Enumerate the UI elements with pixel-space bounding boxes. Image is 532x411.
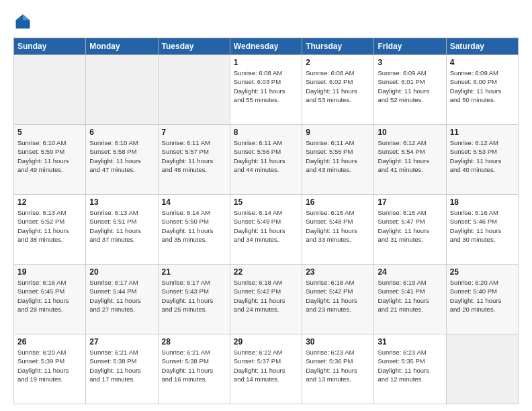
calendar-cell: 18Sunrise: 6:16 AMSunset: 5:46 PMDayligh…: [446, 195, 518, 265]
day-info: Sunrise: 6:23 AMSunset: 5:35 PMDaylight:…: [378, 348, 442, 383]
day-number: 14: [162, 197, 226, 207]
calendar-cell: 21Sunrise: 6:17 AMSunset: 5:43 PMDayligh…: [158, 265, 230, 334]
day-info: Sunrise: 6:23 AMSunset: 5:36 PMDaylight:…: [306, 348, 370, 383]
day-info: Sunrise: 6:14 AMSunset: 5:49 PMDaylight:…: [234, 208, 298, 244]
day-info: Sunrise: 6:11 AMSunset: 5:55 PMDaylight:…: [306, 138, 370, 174]
day-number: 7: [162, 128, 226, 137]
page: SundayMondayTuesdayWednesdayThursdayFrid…: [0, 0, 532, 411]
calendar-cell: 17Sunrise: 6:15 AMSunset: 5:47 PMDayligh…: [374, 195, 446, 265]
weekday-header-friday: Friday: [374, 38, 446, 55]
calendar-table: SundayMondayTuesdayWednesdayThursdayFrid…: [13, 38, 519, 404]
header: [13, 12, 519, 31]
day-number: 13: [89, 197, 154, 207]
svg-marker-2: [16, 15, 24, 21]
calendar-week-5: 26Sunrise: 6:20 AMSunset: 5:39 PMDayligh…: [14, 334, 519, 404]
day-number: 30: [306, 337, 370, 347]
day-number: 19: [17, 267, 82, 277]
calendar-week-2: 5Sunrise: 6:10 AMSunset: 5:59 PMDaylight…: [14, 125, 519, 195]
calendar-cell: 2Sunrise: 6:08 AMSunset: 6:02 PMDaylight…: [302, 55, 374, 125]
day-info: Sunrise: 6:21 AMSunset: 5:38 PMDaylight:…: [89, 348, 154, 383]
calendar-cell: [14, 55, 86, 125]
day-number: 12: [17, 197, 82, 207]
calendar-cell: 15Sunrise: 6:14 AMSunset: 5:49 PMDayligh…: [230, 195, 302, 265]
calendar-cell: 23Sunrise: 6:18 AMSunset: 5:42 PMDayligh…: [302, 265, 374, 334]
calendar-cell: 26Sunrise: 6:20 AMSunset: 5:39 PMDayligh…: [14, 334, 86, 404]
day-number: 2: [306, 58, 370, 67]
calendar-cell: 22Sunrise: 6:18 AMSunset: 5:42 PMDayligh…: [230, 265, 302, 334]
day-info: Sunrise: 6:18 AMSunset: 5:42 PMDaylight:…: [306, 278, 370, 314]
day-number: 6: [89, 128, 154, 137]
calendar-cell: 9Sunrise: 6:11 AMSunset: 5:55 PMDaylight…: [302, 125, 374, 195]
calendar-week-3: 12Sunrise: 6:13 AMSunset: 5:52 PMDayligh…: [14, 195, 519, 265]
day-number: 8: [234, 128, 298, 137]
day-number: 23: [306, 267, 370, 277]
day-info: Sunrise: 6:20 AMSunset: 5:40 PMDaylight:…: [450, 278, 515, 314]
weekday-header-tuesday: Tuesday: [158, 38, 230, 55]
day-info: Sunrise: 6:12 AMSunset: 5:53 PMDaylight:…: [450, 138, 515, 174]
day-number: 25: [450, 267, 515, 277]
calendar-cell: 7Sunrise: 6:11 AMSunset: 5:57 PMDaylight…: [158, 125, 230, 195]
calendar-cell: 16Sunrise: 6:15 AMSunset: 5:48 PMDayligh…: [302, 195, 374, 265]
calendar-cell: 31Sunrise: 6:23 AMSunset: 5:35 PMDayligh…: [374, 334, 446, 404]
calendar-cell: 4Sunrise: 6:09 AMSunset: 6:00 PMDaylight…: [446, 55, 518, 125]
day-info: Sunrise: 6:13 AMSunset: 5:51 PMDaylight:…: [89, 208, 154, 244]
day-number: 9: [306, 128, 370, 137]
day-info: Sunrise: 6:22 AMSunset: 5:37 PMDaylight:…: [234, 348, 298, 383]
calendar-cell: 30Sunrise: 6:23 AMSunset: 5:36 PMDayligh…: [302, 334, 374, 404]
calendar-cell: 1Sunrise: 6:08 AMSunset: 6:03 PMDaylight…: [230, 55, 302, 125]
calendar-cell: 13Sunrise: 6:13 AMSunset: 5:51 PMDayligh…: [86, 195, 158, 265]
day-info: Sunrise: 6:09 AMSunset: 6:01 PMDaylight:…: [378, 68, 442, 104]
day-number: 5: [17, 128, 82, 137]
day-number: 10: [378, 128, 442, 137]
day-info: Sunrise: 6:20 AMSunset: 5:39 PMDaylight:…: [17, 348, 82, 383]
weekday-header-saturday: Saturday: [446, 38, 518, 55]
day-number: 18: [450, 197, 515, 207]
day-number: 17: [378, 197, 442, 207]
day-number: 28: [162, 337, 226, 347]
day-info: Sunrise: 6:14 AMSunset: 5:50 PMDaylight:…: [162, 208, 226, 244]
day-number: 3: [378, 58, 442, 67]
calendar-cell: 11Sunrise: 6:12 AMSunset: 5:53 PMDayligh…: [446, 125, 518, 195]
day-number: 31: [378, 337, 442, 347]
day-info: Sunrise: 6:08 AMSunset: 6:03 PMDaylight:…: [234, 68, 298, 104]
logo: [13, 12, 35, 31]
calendar-cell: 5Sunrise: 6:10 AMSunset: 5:59 PMDaylight…: [14, 125, 86, 195]
day-info: Sunrise: 6:09 AMSunset: 6:00 PMDaylight:…: [450, 68, 515, 104]
calendar-cell: 19Sunrise: 6:16 AMSunset: 5:45 PMDayligh…: [14, 265, 86, 334]
calendar-cell: 8Sunrise: 6:11 AMSunset: 5:56 PMDaylight…: [230, 125, 302, 195]
calendar-cell: 6Sunrise: 6:10 AMSunset: 5:58 PMDaylight…: [86, 125, 158, 195]
day-number: 1: [234, 58, 298, 67]
day-number: 21: [162, 267, 226, 277]
day-info: Sunrise: 6:11 AMSunset: 5:56 PMDaylight:…: [234, 138, 298, 174]
weekday-header-row: SundayMondayTuesdayWednesdayThursdayFrid…: [14, 38, 519, 55]
day-info: Sunrise: 6:19 AMSunset: 5:41 PMDaylight:…: [378, 278, 442, 314]
day-number: 27: [89, 337, 154, 347]
svg-marker-1: [23, 15, 30, 21]
calendar-cell: 12Sunrise: 6:13 AMSunset: 5:52 PMDayligh…: [14, 195, 86, 265]
day-info: Sunrise: 6:17 AMSunset: 5:43 PMDaylight:…: [162, 278, 226, 314]
day-info: Sunrise: 6:10 AMSunset: 5:58 PMDaylight:…: [89, 138, 154, 174]
day-number: 24: [378, 267, 442, 277]
day-number: 22: [234, 267, 298, 277]
calendar-cell: 25Sunrise: 6:20 AMSunset: 5:40 PMDayligh…: [446, 265, 518, 334]
day-info: Sunrise: 6:08 AMSunset: 6:02 PMDaylight:…: [306, 68, 370, 104]
calendar-cell: 29Sunrise: 6:22 AMSunset: 5:37 PMDayligh…: [230, 334, 302, 404]
day-info: Sunrise: 6:18 AMSunset: 5:42 PMDaylight:…: [234, 278, 298, 314]
calendar-week-1: 1Sunrise: 6:08 AMSunset: 6:03 PMDaylight…: [14, 55, 519, 125]
calendar-cell: [158, 55, 230, 125]
day-number: 15: [234, 197, 298, 207]
calendar-cell: 3Sunrise: 6:09 AMSunset: 6:01 PMDaylight…: [374, 55, 446, 125]
calendar-cell: 27Sunrise: 6:21 AMSunset: 5:38 PMDayligh…: [86, 334, 158, 404]
calendar-cell: 14Sunrise: 6:14 AMSunset: 5:50 PMDayligh…: [158, 195, 230, 265]
calendar-cell: [446, 334, 518, 404]
day-info: Sunrise: 6:11 AMSunset: 5:57 PMDaylight:…: [162, 138, 226, 174]
weekday-header-wednesday: Wednesday: [230, 38, 302, 55]
day-number: 11: [450, 128, 515, 137]
day-info: Sunrise: 6:15 AMSunset: 5:47 PMDaylight:…: [378, 208, 442, 244]
calendar-cell: 10Sunrise: 6:12 AMSunset: 5:54 PMDayligh…: [374, 125, 446, 195]
day-number: 26: [17, 337, 82, 347]
day-info: Sunrise: 6:16 AMSunset: 5:45 PMDaylight:…: [17, 278, 82, 314]
day-info: Sunrise: 6:21 AMSunset: 5:38 PMDaylight:…: [162, 348, 226, 383]
logo-icon: [13, 12, 32, 31]
calendar-week-4: 19Sunrise: 6:16 AMSunset: 5:45 PMDayligh…: [14, 265, 519, 334]
